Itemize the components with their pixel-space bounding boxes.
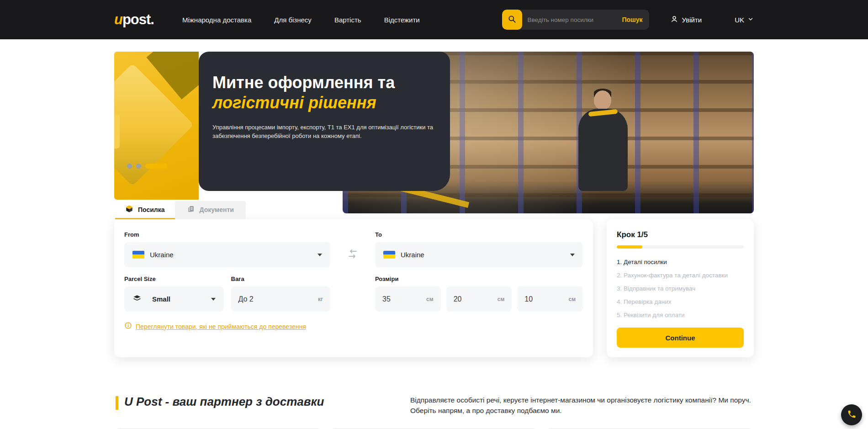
main-nav: Міжнародна доставка Для бізнесу Вартість… — [182, 16, 420, 24]
logo-text: post. — [122, 11, 154, 27]
tab-parcel[interactable]: Посилка — [115, 201, 175, 219]
ukraine-flag-icon — [383, 251, 395, 259]
weight-input[interactable]: До 2 кг — [231, 286, 331, 312]
language-code: UK — [735, 16, 744, 24]
from-country-value: Ukraine — [150, 251, 174, 259]
caret-down-icon — [318, 254, 322, 256]
intro-section: U Post - ваш партнер з доставки Відправл… — [114, 395, 754, 416]
nav-track[interactable]: Відстежити — [384, 16, 420, 24]
dimension-length-value: 35 — [382, 295, 391, 303]
weight-value: До 2 — [238, 295, 254, 303]
dimension-length-unit: см — [426, 296, 434, 302]
caret-down-icon — [211, 298, 216, 301]
hero-package-panel — [114, 52, 199, 200]
steps-list: 1. Деталі посилки 2. Рахунок-фактура та … — [617, 259, 744, 318]
login-button[interactable]: Увійти — [670, 15, 702, 25]
step-item-1: 1. Деталі посилки — [617, 259, 744, 265]
hero-subtitle: Управління процесами імпорту, експорту, … — [212, 123, 443, 141]
parcel-size-value: Small — [152, 295, 170, 303]
continue-button[interactable]: Continue — [617, 328, 744, 348]
heading-accent-bar — [116, 396, 118, 410]
checkout-steps-card: Крок 1/5 1. Деталі посилки 2. Рахунок-фа… — [607, 219, 754, 357]
login-label: Увійти — [682, 16, 702, 24]
user-icon — [670, 15, 678, 25]
upost-logo[interactable]: upost. — [114, 11, 154, 28]
step-item-5: 5. Реквізити для оплати — [617, 312, 744, 318]
weight-label: Вага — [231, 275, 331, 282]
from-label: From — [124, 231, 330, 238]
step-item-2: 2. Рахунок-фактура та деталі доставки — [617, 272, 744, 279]
progress-fill — [617, 245, 642, 249]
caret-down-icon — [570, 254, 575, 256]
shipment-type-tabs: Посилка Документи — [115, 201, 754, 219]
tab-documents-label: Документи — [200, 206, 234, 213]
to-country-value: Ukraine — [401, 251, 424, 259]
restricted-items-link[interactable]: Переглянути товари, які не приймаються д… — [136, 323, 306, 330]
ukraine-flag-icon — [132, 251, 144, 259]
tracking-search-bar: Пошук — [502, 10, 649, 30]
dimension-width-unit: см — [498, 296, 505, 302]
to-country-select[interactable]: Ukraine — [375, 242, 583, 267]
hero-carousel: Митне оформлення та логістичні рішення У… — [114, 52, 754, 213]
language-selector[interactable]: UK — [735, 16, 754, 24]
documents-icon — [187, 205, 195, 214]
info-icon — [124, 322, 132, 331]
parcel-size-icon — [132, 294, 142, 305]
swap-directions-icon[interactable] — [347, 249, 358, 261]
dimension-width-input[interactable]: 20 см — [446, 286, 512, 312]
dimension-height-value: 10 — [524, 295, 533, 303]
carousel-dot-2[interactable] — [136, 164, 141, 169]
logo-accent: u — [114, 11, 122, 27]
top-navigation-bar: upost. Міжнародна доставка Для бізнесу В… — [0, 0, 868, 39]
dimensions-label: Розміри — [375, 275, 583, 282]
step-item-4: 4. Перевірка даних — [617, 298, 744, 305]
tracking-number-input[interactable] — [522, 16, 616, 23]
to-label: To — [375, 231, 583, 238]
nav-pricing[interactable]: Вартість — [334, 16, 361, 24]
nav-for-business[interactable]: Для бізнесу — [274, 16, 312, 24]
section-heading: U Post - ваш партнер з доставки — [124, 395, 324, 410]
progress-bar — [617, 245, 744, 249]
parcel-box-icon — [125, 205, 133, 214]
from-country-select[interactable]: Ukraine — [124, 242, 330, 267]
dimension-height-input[interactable]: 10 см — [517, 286, 583, 312]
phone-icon — [847, 409, 857, 421]
chevron-down-icon — [747, 16, 754, 24]
carousel-indicators — [127, 164, 167, 169]
tab-documents[interactable]: Документи — [175, 201, 246, 219]
parcel-size-label: Parcel Size — [124, 275, 224, 282]
nav-international-delivery[interactable]: Міжнародна доставка — [182, 16, 251, 24]
search-submit-button[interactable]: Пошук — [615, 16, 649, 23]
section-description: Відправляєте особисті речі, керуєте інте… — [410, 395, 754, 416]
hero-title-line1: Митне оформлення та — [212, 73, 450, 92]
tab-parcel-label: Посилка — [138, 206, 165, 213]
step-item-3: 3. Відправник та отримувач — [617, 285, 744, 292]
carousel-dot-1[interactable] — [127, 164, 132, 169]
hero-text-panel: Митне оформлення та логістичні рішення У… — [199, 52, 450, 191]
carousel-dot-active[interactable] — [145, 164, 167, 169]
search-icon-button[interactable] — [502, 10, 522, 30]
hero-title-line2: логістичні рішення — [212, 92, 450, 114]
dimension-length-input[interactable]: 35 см — [375, 286, 441, 312]
weight-unit: кг — [318, 296, 323, 302]
parcel-form-card: From Ukraine To Ukraine — [114, 219, 593, 357]
dimension-width-value: 20 — [454, 295, 462, 303]
call-fab-button[interactable] — [841, 404, 862, 425]
step-counter: Крок 1/5 — [617, 230, 744, 239]
warehouse-worker — [573, 90, 632, 205]
package-graphic-tab — [114, 115, 120, 148]
parcel-size-select[interactable]: Small — [124, 286, 224, 312]
dimension-height-unit: см — [568, 296, 576, 302]
search-icon — [508, 15, 517, 25]
